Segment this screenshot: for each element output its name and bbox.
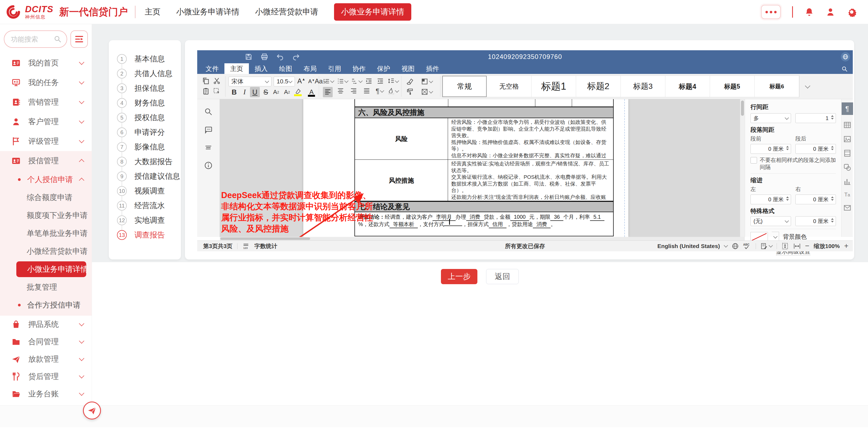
spell-language-globe-icon[interactable] bbox=[732, 243, 739, 250]
style-gallery-more-icon[interactable] bbox=[800, 75, 815, 97]
style-preset[interactable]: 标题4 bbox=[665, 76, 710, 97]
paste-icon[interactable] bbox=[202, 88, 210, 95]
image-panel-icon[interactable] bbox=[843, 135, 851, 143]
copy-icon[interactable] bbox=[202, 77, 210, 85]
fit-page-icon[interactable] bbox=[781, 242, 789, 250]
decrease-font-icon[interactable]: A▼ bbox=[308, 78, 315, 84]
indent-left-stepper[interactable]: 0 厘米 bbox=[750, 195, 791, 204]
style-preset[interactable]: 无空格 bbox=[487, 76, 531, 97]
sidebar-item-ledger[interactable]: 业务台账 bbox=[0, 385, 92, 403]
increase-indent-icon[interactable] bbox=[377, 78, 384, 85]
undo-icon[interactable] bbox=[276, 53, 284, 61]
zoom-level[interactable]: 缩放100% bbox=[814, 242, 840, 250]
sidebar-subitem[interactable]: 小微业务申请详情 bbox=[16, 261, 86, 277]
sidebar-item-rating[interactable]: 评级管理 bbox=[0, 132, 92, 151]
sidebar-item-customers[interactable]: 客户管理 bbox=[0, 112, 92, 132]
wizard-step[interactable]: 7 影像信息 bbox=[109, 140, 181, 154]
sidebar-item-marketing[interactable]: 营销管理 bbox=[0, 92, 92, 112]
find-icon[interactable] bbox=[204, 107, 213, 116]
editor-menu-tab[interactable]: 协作 bbox=[347, 63, 371, 74]
clear-format-icon[interactable] bbox=[406, 78, 414, 85]
comments-icon[interactable] bbox=[204, 125, 213, 134]
sidebar-subitem[interactable]: 小微经营贷款申请 bbox=[0, 242, 92, 260]
previous-step-button[interactable]: 上一步 bbox=[441, 269, 477, 284]
font-size-select[interactable]: 10.5 bbox=[274, 77, 295, 87]
wizard-step[interactable]: 4 财务信息 bbox=[109, 96, 181, 110]
editor-menu-tab[interactable]: 文件 bbox=[200, 63, 224, 74]
editor-menu-tab[interactable]: 保护 bbox=[371, 63, 396, 74]
zoom-out-button[interactable]: − bbox=[805, 242, 809, 250]
decrease-indent-icon[interactable] bbox=[365, 78, 372, 85]
fill-color-icon[interactable] bbox=[421, 78, 433, 85]
strikethrough-icon[interactable]: S bbox=[261, 87, 271, 97]
user-icon[interactable] bbox=[826, 7, 835, 17]
style-preset[interactable]: 常规 bbox=[442, 76, 487, 97]
style-preset[interactable]: 标题3 bbox=[621, 76, 665, 97]
header-footer-panel-icon[interactable] bbox=[843, 149, 851, 157]
superscript-icon[interactable]: A2 bbox=[271, 87, 281, 97]
wizard-step[interactable]: 5 授权信息 bbox=[109, 110, 181, 125]
vertical-scrollbar-thumb[interactable] bbox=[741, 101, 744, 116]
paragraph-panel-icon[interactable]: ¶ bbox=[842, 102, 853, 115]
editor-menu-tab[interactable]: 引用 bbox=[322, 63, 347, 74]
wizard-step[interactable]: 6 申请评分 bbox=[109, 125, 181, 140]
bullet-list-icon[interactable] bbox=[323, 78, 334, 85]
spacing-before-stepper[interactable]: 0 厘米 bbox=[750, 144, 791, 154]
wizard-step[interactable]: 13 调查报告 bbox=[109, 228, 181, 242]
sidebar-item-disbursement[interactable]: 放款管理 bbox=[0, 350, 92, 368]
cut-icon[interactable] bbox=[213, 77, 221, 85]
globe-icon[interactable] bbox=[841, 52, 850, 61]
editor-menu-tab[interactable]: 布局 bbox=[298, 63, 322, 74]
numbered-list-icon[interactable] bbox=[337, 78, 348, 85]
increase-font-icon[interactable]: A▲ bbox=[297, 77, 306, 85]
redo-icon[interactable] bbox=[292, 53, 300, 61]
headings-icon[interactable] bbox=[204, 143, 213, 152]
font-color-icon[interactable]: A bbox=[307, 87, 316, 97]
wizard-step[interactable]: 11 经营流水 bbox=[109, 198, 181, 213]
special-format-select[interactable]: (无) bbox=[750, 216, 791, 226]
indent-right-stepper[interactable]: 0 厘米 bbox=[795, 195, 836, 204]
sidebar-item-contracts[interactable]: 合同管理 bbox=[0, 333, 92, 350]
editor-menu-tab[interactable]: 视图 bbox=[396, 63, 420, 74]
sidebar-item-credit-management[interactable]: 授信管理 bbox=[0, 151, 92, 171]
style-preset[interactable]: 标题1 bbox=[531, 76, 576, 97]
mailmerge-panel-icon[interactable] bbox=[843, 204, 851, 212]
horizontal-scrollbar[interactable] bbox=[220, 237, 745, 240]
sidebar-item-partner-credit[interactable]: 合作方授信申请 bbox=[0, 296, 92, 314]
wizard-step[interactable]: 3 担保信息 bbox=[109, 81, 181, 96]
paragraph-mark-icon[interactable]: ¶ bbox=[376, 87, 383, 95]
sidebar-item-my-tasks[interactable]: 我的任务 bbox=[0, 73, 92, 92]
vertical-scrollbar[interactable] bbox=[740, 99, 745, 237]
feedback-float-button[interactable] bbox=[83, 402, 101, 419]
header-tab[interactable]: 小微业务申请详情 bbox=[334, 3, 411, 21]
header-tab[interactable]: 小微业务申请详情 bbox=[176, 6, 239, 18]
sidebar-item-personal-credit[interactable]: 个人授信申请 bbox=[0, 171, 92, 188]
style-preset[interactable]: 标题2 bbox=[576, 76, 621, 97]
wizard-step[interactable]: 8 大数据报告 bbox=[109, 154, 181, 169]
italic-icon[interactable]: I bbox=[240, 87, 249, 97]
textart-panel-icon[interactable]: Ta bbox=[844, 192, 850, 198]
editor-search-icon[interactable] bbox=[841, 66, 848, 72]
align-left-icon[interactable] bbox=[323, 87, 333, 97]
align-center-icon[interactable] bbox=[337, 88, 344, 95]
bold-icon[interactable]: B bbox=[229, 87, 239, 97]
editor-menu-tab[interactable]: 绘图 bbox=[273, 63, 298, 74]
fit-width-icon[interactable] bbox=[793, 242, 801, 250]
align-justify-icon[interactable] bbox=[363, 88, 370, 95]
header-tab[interactable]: 小微经营贷款申请 bbox=[255, 6, 318, 18]
page-border-icon[interactable] bbox=[421, 88, 433, 96]
spellcheck-icon[interactable]: ABC bbox=[743, 243, 751, 250]
horizontal-scrollbar-thumb[interactable] bbox=[220, 237, 310, 240]
wizard-step[interactable]: 10 视频调查 bbox=[109, 184, 181, 198]
gear-icon[interactable] bbox=[847, 7, 857, 17]
sidebar-subitem[interactable]: 单笔单批业务申请 bbox=[0, 225, 92, 242]
style-preset[interactable]: 标题6 bbox=[754, 76, 799, 97]
save-icon[interactable] bbox=[245, 53, 252, 61]
bell-icon[interactable] bbox=[804, 7, 814, 17]
sidebar-item-my-home[interactable]: 我的首页 bbox=[0, 53, 92, 73]
sidebar-item-collateral[interactable]: 押品系统 bbox=[0, 316, 92, 333]
header-tab[interactable]: 主页 bbox=[145, 6, 160, 18]
underline-icon[interactable]: U bbox=[250, 87, 260, 97]
subscript-icon[interactable]: A2 bbox=[282, 87, 292, 97]
line-spacing-icon[interactable] bbox=[388, 78, 399, 85]
